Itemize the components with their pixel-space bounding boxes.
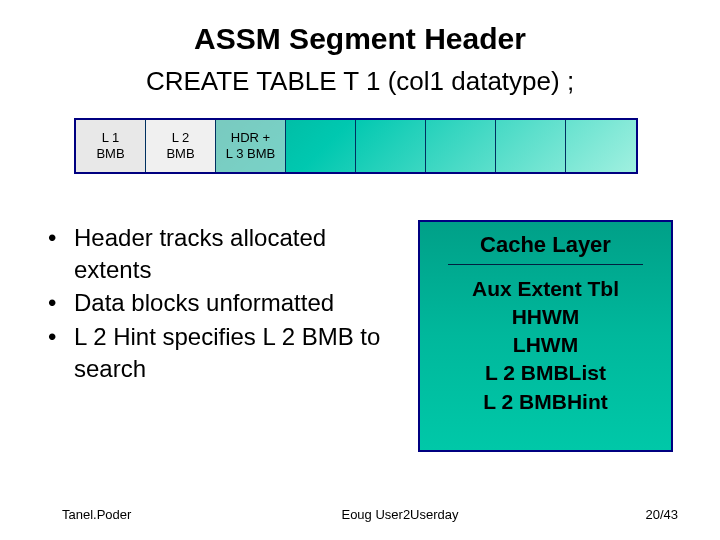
cache-item: L 2 BMBList <box>472 359 619 387</box>
bullet-list: • Header tracks allocated extents • Data… <box>48 222 398 386</box>
cache-item: HHWM <box>472 303 619 331</box>
cache-item: L 2 BMBHint <box>472 388 619 416</box>
block-empty <box>496 120 566 172</box>
footer-event: Eoug User2Userday <box>222 507 578 522</box>
cache-layer-title: Cache Layer <box>480 232 611 258</box>
bullet-icon: • <box>48 287 74 319</box>
block-empty <box>356 120 426 172</box>
block-empty <box>426 120 496 172</box>
list-item: • L 2 Hint specifies L 2 BMB to search <box>48 321 398 384</box>
bullet-text: Data blocks unformatted <box>74 287 334 319</box>
cache-item: Aux Extent Tbl <box>472 275 619 303</box>
page-title: ASSM Segment Header <box>0 22 720 56</box>
block-empty <box>566 120 636 172</box>
footer-author: Tanel.Poder <box>62 507 222 522</box>
bullet-text: L 2 Hint specifies L 2 BMB to search <box>74 321 398 384</box>
footer: Tanel.Poder Eoug User2Userday 20/43 <box>0 507 720 522</box>
block-l2-bmb: L 2BMB <box>146 120 216 172</box>
cache-layer-list: Aux Extent Tbl HHWM LHWM L 2 BMBList L 2… <box>472 275 619 416</box>
footer-page-number: 20/43 <box>578 507 678 522</box>
bullet-icon: • <box>48 222 74 285</box>
block-hdr-l3-bmb: HDR +L 3 BMB <box>216 120 286 172</box>
list-item: • Header tracks allocated extents <box>48 222 398 285</box>
block-empty <box>286 120 356 172</box>
cache-layer-panel: Cache Layer Aux Extent Tbl HHWM LHWM L 2… <box>418 220 673 452</box>
bullet-text: Header tracks allocated extents <box>74 222 398 285</box>
sql-subtitle: CREATE TABLE T 1 (col1 datatype) ; <box>0 66 720 97</box>
bullet-icon: • <box>48 321 74 384</box>
list-item: • Data blocks unformatted <box>48 287 398 319</box>
segment-blocks-row: L 1BMB L 2BMB HDR +L 3 BMB <box>74 118 638 174</box>
divider <box>448 264 644 265</box>
block-l1-bmb: L 1BMB <box>76 120 146 172</box>
cache-item: LHWM <box>472 331 619 359</box>
